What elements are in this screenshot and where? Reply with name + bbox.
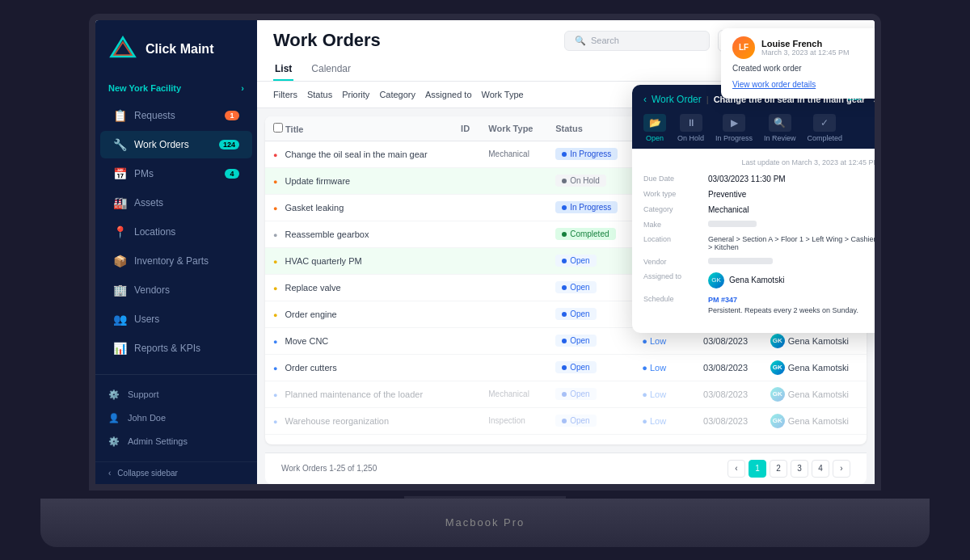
nav-badge-work-orders: 124 — [219, 140, 239, 149]
cell-work-type — [480, 327, 547, 354]
prev-page-button[interactable]: ‹ — [728, 460, 745, 478]
cell-work-type: Mechanical — [480, 381, 547, 407]
sidebar-item-reports[interactable]: 📊 Reports & KPIs — [100, 335, 252, 362]
facility-name: New York Facility — [108, 83, 181, 93]
logo-text: Click Maint — [146, 42, 213, 57]
sidebar-item-work-orders[interactable]: 🔧 Work Orders 124 — [100, 131, 252, 158]
assignee-cell: GK Gena Kamotski — [770, 360, 858, 375]
inreview-icon: 🔍 — [769, 114, 791, 132]
panel-body: Last update on March 3, 2023 at 12:45 PM… — [632, 149, 881, 333]
col-title-label: Title — [285, 124, 303, 134]
cell-priority: ● Low — [634, 381, 695, 407]
filter-priority[interactable]: Priority — [342, 90, 369, 99]
sidebar-item-locations[interactable]: 📍 Locations — [100, 218, 252, 246]
filter-filters[interactable]: Filters — [273, 90, 297, 99]
support-label: Support — [128, 389, 159, 399]
page-1-button[interactable]: 1 — [749, 460, 766, 478]
cell-id — [453, 301, 480, 327]
select-all-checkbox[interactable] — [273, 123, 283, 133]
sidebar: Click Maint New York Facility › 📋 Reques… — [95, 20, 257, 484]
nav-icon-inventory: 📦 — [113, 255, 126, 267]
notification-time: March 3, 2023 at 12:45 PM — [761, 48, 850, 57]
assignee-cell: GK Gena Kamotski — [770, 334, 858, 348]
col-status: Status — [547, 116, 634, 141]
collapse-sidebar[interactable]: ‹ Collapse sidebar — [95, 461, 257, 484]
cell-title: ● Replace valve — [265, 274, 453, 301]
panel-tab-inreview[interactable]: 🔍 In Review — [764, 114, 796, 142]
laptop-brand: Macbook Pro — [445, 516, 525, 528]
nav-label-requests: Requests — [134, 110, 175, 121]
tab-list[interactable]: List — [273, 58, 293, 81]
work-type-label: Work type — [643, 190, 700, 199]
nav-label-reports: Reports & KPIs — [134, 343, 200, 354]
tab-calendar[interactable]: Calendar — [310, 58, 352, 81]
panel-tab-onhold[interactable]: ⏸ On Hold — [677, 114, 704, 142]
next-page-button[interactable]: › — [833, 460, 850, 478]
sidebar-item-vendors[interactable]: 🏢 Vendors — [100, 276, 252, 304]
cell-title: ● Order engine — [265, 301, 453, 327]
schedule-description: Persistent. Repeats every 2 weeks on Sun… — [708, 305, 858, 317]
assignee-cell: GK Gena Kamotski — [770, 387, 858, 402]
sidebar-item-users[interactable]: 👥 Users — [100, 305, 252, 333]
nav-icon-requests: 📋 — [113, 109, 126, 122]
cell-title: ● Update firmware — [265, 167, 453, 194]
panel-tab-open[interactable]: 📂 Open — [643, 114, 666, 142]
admin-icon: ⚙️ — [108, 436, 120, 447]
sidebar-item-assets[interactable]: 🏭 Assets — [100, 189, 252, 217]
page-3-button[interactable]: 3 — [791, 460, 808, 478]
sidebar-item-requests[interactable]: 📋 Requests 1 — [100, 102, 252, 129]
cell-id — [453, 354, 480, 381]
cell-due-date: 03/08/2023 — [695, 407, 762, 434]
assignee-name: Gena Kamotski — [788, 363, 849, 373]
table-row[interactable]: ● Order cutters Open ● Low 03/08/2023 GK… — [265, 354, 867, 381]
sidebar-support[interactable]: ⚙️ Support — [100, 383, 252, 406]
work-type-value: Preventive — [708, 190, 746, 199]
nav-icon-assets: 🏭 — [113, 196, 126, 209]
filter-category[interactable]: Category — [379, 90, 415, 99]
collapse-label: Collapse sidebar — [117, 469, 178, 478]
nav-badge-pms: 4 — [225, 169, 239, 179]
cell-status: In Progress — [547, 141, 634, 167]
page-2-button[interactable]: 2 — [770, 460, 787, 478]
nav-label-assets: Assets — [134, 197, 163, 208]
cell-work-type — [480, 301, 547, 327]
page-4-button[interactable]: 4 — [812, 460, 829, 478]
make-label: Make — [643, 221, 700, 229]
search-box[interactable]: 🔍 Search — [564, 31, 710, 51]
notification-link[interactable]: View work order details — [732, 80, 816, 89]
sidebar-item-pms[interactable]: 📅 PMs 4 — [100, 160, 252, 187]
filter-assigned-to[interactable]: Assigned to — [425, 90, 471, 99]
notification-message: Created work order — [732, 64, 881, 73]
cell-priority: ● Low — [634, 354, 695, 381]
sidebar-admin[interactable]: ⚙️ Admin Settings — [100, 430, 252, 453]
filter-work-type[interactable]: Work Type — [482, 90, 524, 99]
priority-value: ● Low — [642, 389, 666, 399]
panel-back-button[interactable]: ‹ — [643, 94, 647, 105]
cell-id — [453, 381, 480, 407]
sidebar-item-inventory[interactable]: 📦 Inventory & Parts — [100, 247, 252, 275]
priority-indicator: ● — [273, 151, 277, 159]
facility-header[interactable]: New York Facility › — [95, 78, 257, 101]
cell-title: ● Planned maintenance of the loader — [265, 381, 453, 407]
sidebar-user[interactable]: 👤 John Doe — [100, 406, 252, 430]
cell-status: Open — [547, 354, 634, 381]
panel-tab-inprogress[interactable]: ▶ In Progress — [715, 114, 753, 142]
range-label: Work Orders 1-25 of 1,250 — [281, 464, 377, 473]
table-row[interactable]: ● Warehouse reorganization Inspection Op… — [265, 407, 867, 434]
priority-indicator: ● — [273, 338, 277, 346]
cell-work-type — [480, 274, 547, 301]
priority-value: ● Low — [642, 363, 666, 373]
detail-assigned: Assigned to GK Gena Kamotski — [643, 272, 879, 288]
cell-priority: ● Low — [634, 407, 695, 434]
cell-id — [453, 167, 480, 194]
onhold-label: On Hold — [677, 134, 704, 142]
table-row[interactable]: ● Planned maintenance of the loader Mech… — [265, 381, 867, 407]
inreview-label: In Review — [764, 134, 796, 142]
cell-work-type — [480, 167, 547, 194]
admin-label: Admin Settings — [128, 436, 188, 446]
filter-status[interactable]: Status — [307, 90, 332, 99]
sidebar-nav: 📋 Requests 1 🔧 Work Orders 124 📅 PMs 4 🏭… — [95, 101, 257, 374]
status-dot — [562, 152, 567, 157]
panel-tab-completed[interactable]: ✓ Completed — [808, 114, 843, 142]
cell-status: Open — [547, 274, 634, 301]
